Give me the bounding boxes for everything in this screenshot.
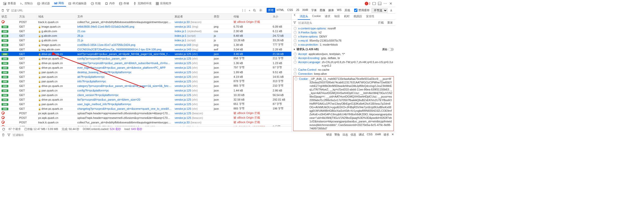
table-row[interactable]: 200GET🔒pan.quark.cnuser_login_method_inf…	[0, 102, 291, 106]
table-row[interactable]: POSTpx.wpk.quark.cnupload?wpk-header=app…	[0, 111, 291, 116]
table-row[interactable]: 200GET🔒drive-pc.quark.cnchangelog?pr=ucp…	[0, 106, 291, 111]
tab-a11y[interactable]: 无障碍环境	[131, 0, 154, 7]
type-filter-CSS[interactable]: CSS	[286, 8, 295, 13]
detail-tab-请求[interactable]: 请求	[323, 14, 332, 20]
tab-inspector[interactable]: 查看器	[1, 0, 18, 7]
console-toggle-req_label[interactable]: 请求	[383, 133, 389, 137]
request-headers-section[interactable]: ▼ 请求头 (1.426 kB) 原始	[292, 47, 395, 52]
table-row[interactable]: 200GET🔒drive-pc.quark.cnsort?pr=ucpro&fr…	[0, 52, 291, 56]
detail-tab-Cookie[interactable]: Cookie	[310, 14, 323, 20]
block-button[interactable]: 拦截	[377, 21, 385, 25]
table-row[interactable]: 200GET🔒g.alicdn.com21.cssindex.js:1 (sty…	[0, 29, 291, 33]
disable-cache-box[interactable]	[354, 9, 357, 12]
resend-button[interactable]: 重发	[386, 21, 394, 25]
console-cat-警告[interactable]: 警告	[334, 133, 340, 137]
col-initiator[interactable]: 发起者	[173, 14, 212, 20]
detail-tab-耗时[interactable]: 耗时	[342, 14, 352, 20]
tab-perf[interactable]: 性能	[89, 0, 103, 7]
table-row[interactable]: 200GET🔒g.alicdn.com26.jsindex.js:1 (scri…	[0, 33, 291, 38]
filter-icon[interactable]	[6, 9, 10, 12]
help-icon[interactable]: ?	[294, 77, 297, 80]
help-icon[interactable]: ?	[294, 31, 297, 34]
console-cat-信息[interactable]: 信息	[351, 133, 356, 137]
throttle-select[interactable]: 不节流	[372, 8, 388, 13]
help-icon[interactable]: ?	[294, 27, 297, 30]
table-row[interactable]: 200GET🔒pan.quark.cninfo?fr=pc&platform=p…	[0, 79, 291, 84]
type-filter-WS[interactable]: WS	[335, 8, 343, 13]
console-cat-调试[interactable]: 调试	[359, 133, 364, 137]
console-toggle-css_label[interactable]: CSS	[367, 133, 373, 137]
help-icon[interactable]: ?	[294, 43, 297, 46]
type-filter-图像[interactable]: 图像	[318, 8, 327, 13]
responsive-icon[interactable]	[372, 2, 376, 5]
col-status[interactable]: 状态	[0, 14, 18, 20]
col-method[interactable]: 方法	[18, 14, 37, 20]
col-domain[interactable]: 域名	[37, 14, 76, 20]
table-row[interactable]: 200GET🔒drive-pc.quark.cnlist?pr=ucpro&fr…	[0, 97, 291, 102]
console-cat-日志[interactable]: 日志	[342, 133, 348, 137]
tab-storage[interactable]: 存储	[117, 0, 131, 7]
issues-indicator[interactable]: ! 2	[365, 2, 370, 5]
table-row[interactable]: 200GET🔒img.alicdn.comO1CN016s2CBT20wfGim…	[0, 47, 291, 52]
detail-tab-响应[interactable]: 响应	[332, 14, 342, 20]
table-row[interactable]: 200GET🔒drive-pc.quark.cnconfig?pr=ucpro&…	[0, 56, 291, 61]
console-filter-input[interactable]	[13, 133, 63, 136]
dock-icon[interactable]	[378, 2, 381, 5]
table-row[interactable]: 200GET🔒drive-pc.quark.cnever_login?pr=uc…	[0, 65, 291, 70]
pause-icon[interactable]: ❘❘	[241, 9, 247, 12]
type-filter-其他[interactable]: 其他	[343, 8, 352, 13]
console-clear-icon[interactable]	[2, 133, 5, 137]
detail-tab-安全性[interactable]: 安全性	[364, 14, 376, 20]
console-cat-错误[interactable]: 错误	[326, 133, 332, 137]
table-row[interactable]: GET🔒img.alicdn.comO1CN01aPqii926BqTBXBiY…	[0, 125, 291, 126]
console-close-icon[interactable]: ✕	[392, 133, 394, 137]
type-filter-XHR[interactable]: XHR	[301, 8, 310, 13]
col-type[interactable]: 类型	[212, 14, 232, 20]
table-row[interactable]: 200GET🔒image.quark.cncce09bc0-1654-11ee-…	[0, 43, 291, 47]
console-toggle-xhr_label[interactable]: XHR	[375, 133, 381, 137]
col-size[interactable]: 大小	[271, 14, 291, 20]
har-icon[interactable]	[388, 9, 394, 12]
settings-icon[interactable]	[257, 9, 264, 12]
tab-memory[interactable]: 内存	[103, 0, 117, 7]
type-filter-JS[interactable]: JS	[294, 8, 301, 13]
clear-icon[interactable]	[1, 9, 5, 12]
header-filter-icon[interactable]	[293, 21, 297, 25]
type-filter-所有[interactable]: 所有	[267, 8, 275, 13]
tab-app[interactable]: 应用程序	[154, 0, 173, 7]
help-icon[interactable]: ?	[294, 68, 297, 71]
help-icon[interactable]: ?	[294, 52, 297, 55]
tab-console[interactable]: 控制台	[18, 0, 35, 7]
help-icon[interactable]: ?	[294, 39, 297, 42]
tab-network[interactable]: 网络	[52, 0, 66, 7]
disable-cache-checkbox[interactable]: 禁用缓存	[354, 8, 370, 12]
table-row[interactable]: 200GET🔒pan.quark.cnclient_version?fr=pc&…	[0, 93, 291, 97]
col-transferred[interactable]: 传输	[232, 14, 271, 20]
url-filter-input[interactable]	[11, 9, 239, 12]
detail-tab-栈跟踪[interactable]: 栈跟踪	[352, 14, 364, 20]
close-icon[interactable]: ✕	[389, 2, 392, 6]
table-row[interactable]: POSTtrack.lc.quark.cncollect?uc_param_st…	[0, 120, 291, 125]
help-icon[interactable]: ?	[294, 61, 297, 64]
table-row[interactable]: 200GET🔒image.quark.cnb4bb3600-34e0-11ed-…	[0, 24, 291, 29]
toggle-switch[interactable]	[388, 48, 394, 51]
console-filter-icon[interactable]	[7, 133, 11, 137]
reload-spin-icon[interactable]	[2, 128, 5, 131]
more-icon[interactable]: ⋯	[383, 2, 387, 6]
col-file[interactable]: 文件	[76, 14, 173, 20]
type-filter-HTML[interactable]: HTML	[275, 8, 286, 13]
table-row[interactable]: POSTtrack.lc.quark.cncollect?uc_param_st…	[0, 20, 291, 24]
detail-tab-消息头[interactable]: 消息头	[298, 14, 310, 20]
table-row[interactable]: 200GET🔒drive-pc.quark.cnmember?pr=ucpro&…	[0, 61, 291, 65]
table-row[interactable]: 200GET🔒pan.quark.cndesktop_buwang_config…	[0, 70, 291, 74]
table-row[interactable]: 200GET🔒g.alicdn.com21.jsindex.js:1 (scri…	[0, 38, 291, 43]
table-row[interactable]: POSTpx.wpk.quark.cnupload?wpk-header=app…	[0, 116, 291, 120]
table-row[interactable]: 200GET🔒pan.quark.cnab?fr=pc&platform=pcv…	[0, 74, 291, 79]
raw-toggle[interactable]: 原始	[382, 48, 394, 51]
table-row[interactable]: 200GET🔒pan.quark.cnconfig?fr=pc&platform…	[0, 88, 291, 93]
search-icon[interactable]	[252, 9, 257, 12]
search-plus-icon[interactable]: +	[248, 9, 251, 12]
tab-debugger[interactable]: 调试器	[35, 0, 52, 7]
type-filter-媒体[interactable]: 媒体	[327, 8, 335, 13]
tab-style[interactable]: 样式编辑器	[66, 0, 89, 7]
